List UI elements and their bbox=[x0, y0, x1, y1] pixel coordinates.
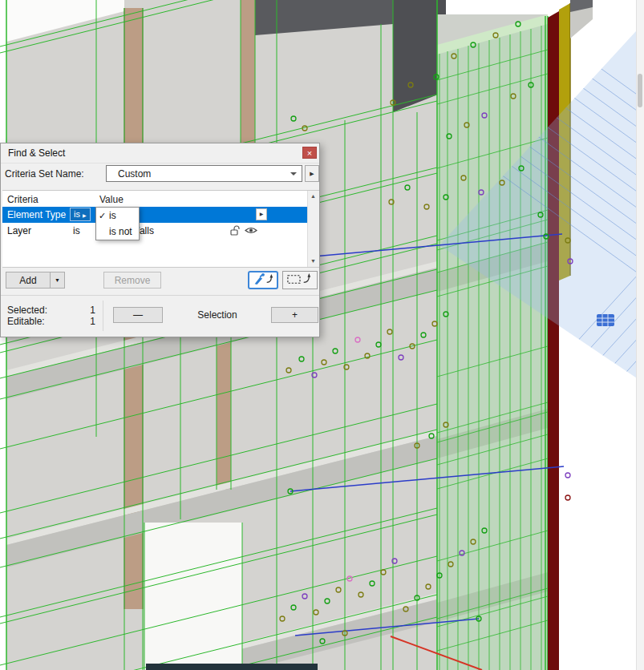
scrollbar-thumb[interactable] bbox=[638, 74, 642, 107]
operator-dropdown[interactable]: is▶ bbox=[70, 208, 91, 221]
scroll-down-icon[interactable]: ▼ bbox=[308, 256, 318, 267]
select-plus-button[interactable]: + bbox=[271, 307, 318, 323]
criteria-name: Layer bbox=[7, 225, 31, 236]
menu-item-label: is bbox=[109, 210, 116, 221]
selected-label: Selected: bbox=[7, 305, 47, 316]
arrow-right-icon: ▶ bbox=[83, 213, 87, 218]
deselect-button[interactable]: — bbox=[113, 307, 163, 323]
row-flyout-button[interactable]: ▶ bbox=[256, 208, 267, 220]
criteria-row-layer[interactable]: Layer is Walls bbox=[2, 223, 308, 239]
curtain-wall[interactable] bbox=[437, 0, 548, 670]
maroon-wall[interactable] bbox=[548, 11, 559, 670]
add-button[interactable]: Add bbox=[6, 272, 51, 289]
column-header-criteria: Criteria bbox=[7, 194, 38, 205]
criteria-row-element-type[interactable]: Element Type is▶ ▶ bbox=[2, 207, 308, 223]
dialog-titlebar[interactable]: Find & Select × bbox=[1, 143, 319, 163]
separator bbox=[103, 301, 103, 331]
close-button[interactable]: × bbox=[302, 147, 317, 159]
dark-beam[interactable] bbox=[146, 664, 318, 670]
criteria-name: Element Type bbox=[7, 209, 66, 220]
archicad-window: Find & Select × Criteria Set Name: Custo… bbox=[0, 0, 644, 670]
unlock-icon[interactable] bbox=[229, 225, 241, 236]
add-dropdown-button[interactable]: ▼ bbox=[50, 272, 65, 289]
wall-opening bbox=[144, 523, 242, 670]
check-icon: ✓ bbox=[99, 208, 106, 224]
editable-label: Editable: bbox=[7, 316, 45, 327]
selection-label: Selection bbox=[169, 309, 265, 321]
menu-item-is-not[interactable]: is not bbox=[96, 224, 139, 240]
criteria-list: Criteria Value Element Type is▶ ▶ Layer … bbox=[2, 190, 319, 268]
criteria-set-combobox[interactable]: Custom bbox=[106, 165, 302, 182]
find-select-dialog: Find & Select × Criteria Set Name: Custo… bbox=[0, 143, 320, 337]
pick-up-settings-button[interactable] bbox=[248, 271, 278, 289]
editable-count: 1 bbox=[73, 316, 95, 327]
marquee-icon bbox=[285, 272, 315, 286]
column-header-value: Value bbox=[99, 194, 124, 205]
marquee-selection-button[interactable] bbox=[282, 271, 318, 289]
scroll-up-icon[interactable]: ▲ bbox=[308, 191, 318, 202]
eyedropper-icon bbox=[250, 272, 276, 286]
menu-item-is[interactable]: ✓ is bbox=[96, 208, 139, 224]
criteria-set-value: Custom bbox=[118, 168, 151, 180]
criteria-set-flyout-button[interactable]: ▶ bbox=[305, 165, 319, 182]
remove-button[interactable]: Remove bbox=[103, 272, 161, 289]
criteria-set-label: Criteria Set Name: bbox=[5, 168, 84, 180]
operator-value: is bbox=[74, 209, 80, 219]
operator-dropdown-menu: ✓ is is not bbox=[95, 207, 140, 240]
menu-item-label: is not bbox=[109, 226, 132, 237]
view-vertical-scrollbar[interactable] bbox=[636, 0, 644, 670]
chevron-down-icon bbox=[290, 172, 297, 176]
operator-value: is bbox=[73, 225, 80, 236]
separator bbox=[1, 295, 319, 296]
selected-count: 1 bbox=[73, 305, 95, 316]
grid-handle-icon[interactable] bbox=[597, 314, 614, 326]
eye-icon[interactable] bbox=[245, 225, 257, 236]
dialog-title: Find & Select bbox=[8, 147, 65, 159]
list-scrollbar[interactable]: ▲ ▼ bbox=[307, 191, 319, 267]
